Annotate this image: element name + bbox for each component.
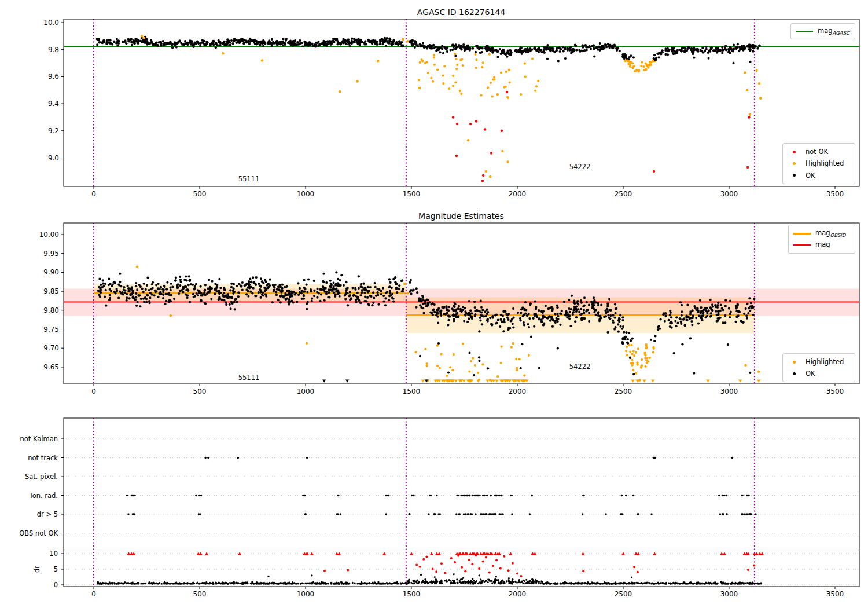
legend-label: not OK <box>806 148 828 156</box>
mag-obsid-line-swatch <box>793 233 811 235</box>
x-tick-label: 2500 <box>615 387 632 395</box>
flag-row-label: dr > 5 <box>37 510 58 518</box>
flag-row-label: Sat. pixel. <box>25 473 58 481</box>
dr-tick-label: 10 <box>49 550 58 558</box>
legend-label: OK <box>806 369 815 378</box>
legend-row: not OK <box>788 146 850 158</box>
x-tick-label: 3000 <box>720 190 738 198</box>
top-plot-title: AGASC ID 162276144 <box>417 8 505 17</box>
legend-row: magOBSID <box>793 228 850 239</box>
legend-mag-agasc: magAGASC <box>790 23 855 39</box>
y-tick-label: 9.4 <box>48 100 59 108</box>
flag-row-label: not track <box>28 454 58 462</box>
x-tick-label: 500 <box>193 590 207 598</box>
obsid-annotation-55111-middle: 55111 <box>238 373 260 382</box>
ok-dot-swatch <box>793 174 796 177</box>
x-tick-label: 0 <box>91 190 96 198</box>
x-tick-label: 2000 <box>509 190 527 198</box>
not-ok-dot-swatch <box>793 151 796 153</box>
y-tick-label: 10.00 <box>39 230 59 239</box>
obsid-annotation-54222-top: 54222 <box>569 163 591 171</box>
x-tick-label: 2000 <box>509 387 527 395</box>
obsid-annotation-55111-top: 55111 <box>238 175 260 183</box>
flag-row-label: OBS not OK <box>19 529 58 537</box>
x-tick-label: 1500 <box>403 387 421 395</box>
y-tick-label: 9.75 <box>43 325 59 334</box>
y-tick-label: 9.8 <box>48 46 59 54</box>
legend-row: OK <box>788 368 850 379</box>
legend-label: mag <box>815 240 830 250</box>
mag-line-swatch <box>793 244 811 246</box>
y-tick-label: 9.85 <box>43 287 59 295</box>
y-tick-label: 9.95 <box>43 250 59 258</box>
ok-dot-swatch <box>793 372 796 375</box>
figure-canvas: 10.09.89.69.49.29.0050010001500200025003… <box>0 0 868 608</box>
x-tick-label: 500 <box>193 387 207 395</box>
legend-point-types-top: not OK Highlighted OK <box>782 143 855 184</box>
dr-axis-label: dr <box>33 566 41 573</box>
x-tick-label: 3500 <box>826 387 844 395</box>
flag-row-label: not Kalman <box>20 435 58 443</box>
x-tick-label: 3000 <box>720 590 738 598</box>
middle-plot-title: Magnitude Estimates <box>418 211 504 221</box>
legend-row: magAGASC <box>796 26 850 36</box>
x-tick-label: 2000 <box>509 590 527 598</box>
x-tick-label: 2500 <box>615 190 632 198</box>
highlighted-dot-swatch <box>793 361 796 364</box>
x-tick-label: 500 <box>193 190 207 198</box>
dr-tick-label: 0 <box>54 581 58 589</box>
x-tick-label: 1000 <box>297 190 315 198</box>
y-tick-label: 9.70 <box>43 344 59 352</box>
flag-row-label: Ion. rad. <box>30 492 58 500</box>
mag-agasc-line-swatch <box>796 31 813 32</box>
x-tick-label: 3500 <box>826 190 844 198</box>
y-tick-label: 9.2 <box>48 127 59 135</box>
x-tick-label: 1500 <box>403 190 421 198</box>
top-plot: 10.09.89.69.49.29.0050010001500200025003… <box>43 19 859 198</box>
legend-label: Highlighted <box>806 358 844 366</box>
highlighted-dot-swatch <box>793 162 796 165</box>
y-tick-label: 9.65 <box>43 363 59 371</box>
x-tick-label: 1500 <box>403 590 421 598</box>
y-tick-label: 9.90 <box>43 268 59 276</box>
y-tick-label: 9.80 <box>43 306 59 314</box>
x-tick-label: 2500 <box>615 590 632 598</box>
middle-plot: 10.009.959.909.859.809.759.709.650500100… <box>39 223 859 395</box>
legend-mag-lines: magOBSID mag <box>788 225 855 254</box>
legend-label: magAGASC <box>818 27 849 36</box>
plots-svg: 10.09.89.69.49.29.0050010001500200025003… <box>0 0 868 608</box>
x-tick-label: 0 <box>91 387 96 395</box>
legend-label: Highlighted <box>806 159 844 167</box>
y-tick-label: 10.0 <box>43 19 59 27</box>
obsid-annotation-54222-middle: 54222 <box>569 362 591 371</box>
x-tick-label: 3500 <box>826 590 844 598</box>
legend-label: magOBSID <box>815 229 845 238</box>
x-tick-label: 3000 <box>720 387 738 395</box>
dr-tick-label: 5 <box>54 565 58 573</box>
y-tick-label: 9.6 <box>48 72 59 80</box>
legend-row: OK <box>788 170 850 181</box>
x-tick-label: 1000 <box>297 590 315 598</box>
legend-point-types-middle: Highlighted OK <box>782 353 855 382</box>
x-tick-label: 0 <box>91 590 96 598</box>
bottom-plot: not Kalmannot trackSat. pixel.Ion. rad.d… <box>19 418 859 598</box>
y-tick-label: 9.0 <box>48 154 59 162</box>
legend-label: OK <box>806 171 815 180</box>
legend-row: mag <box>793 239 850 251</box>
legend-row: Highlighted <box>788 356 850 368</box>
legend-row: Highlighted <box>788 158 850 169</box>
x-tick-label: 1000 <box>297 387 315 395</box>
